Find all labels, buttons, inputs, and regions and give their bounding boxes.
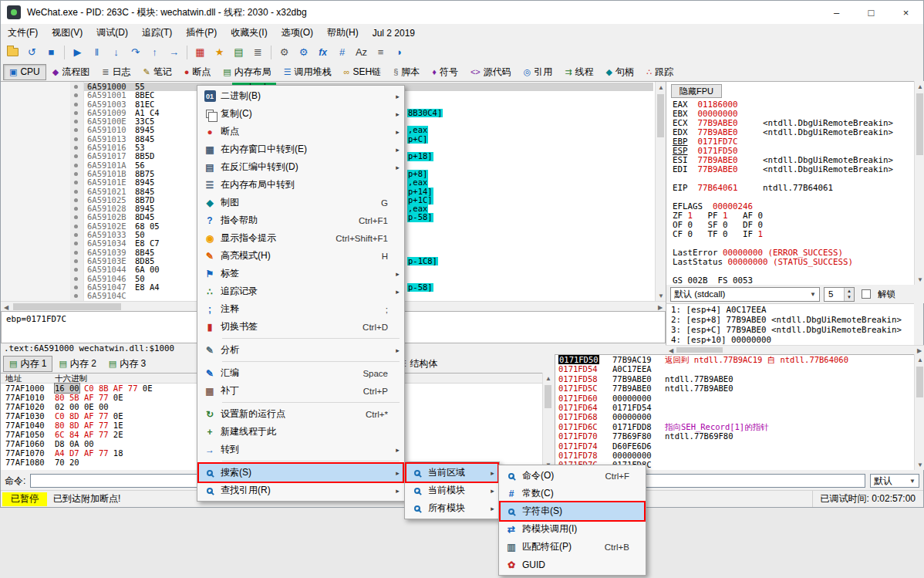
menu-item-goto-disassembly[interactable]: ▤在反汇编中转到(D)▸ bbox=[199, 158, 403, 176]
stack-row[interactable]: 0171FD5077B9AC19返回到 ntdll.77B9AC19 自 ntd… bbox=[555, 355, 914, 364]
argument-row[interactable]: 2: [esp+8] 77B9ABE0 <ntdll.DbgUiRemoteBr… bbox=[671, 315, 914, 325]
menu-item-copy[interactable]: 复制(C)▸ bbox=[199, 105, 403, 123]
dump-tab-memory-3[interactable]: ▤内存 3 bbox=[103, 356, 152, 372]
menubar-item-options[interactable]: 选项(O) bbox=[275, 24, 320, 42]
dump-tab-memory-1[interactable]: ▤内存 1 bbox=[3, 356, 52, 372]
breakpoint-dot[interactable] bbox=[74, 93, 78, 97]
functions-icon[interactable]: fx bbox=[313, 43, 332, 61]
menubar-item-plugins[interactable]: 插件(P) bbox=[179, 24, 224, 42]
menubar-item-favourites[interactable]: 收藏夹(I) bbox=[224, 24, 274, 42]
arguments-h-scrollbar[interactable]: ◀ ▶ bbox=[666, 345, 924, 354]
breakpoint-dot[interactable] bbox=[74, 137, 78, 141]
run-to-user-code-icon[interactable]: → bbox=[164, 43, 184, 61]
argument-count-stepper[interactable]: 5 ▲▼ bbox=[824, 287, 855, 302]
scroll-up-icon[interactable]: ▲ bbox=[915, 81, 924, 92]
menu-item-search-pattern[interactable]: ▥匹配特征(P)Ctrl+B bbox=[501, 538, 644, 556]
menu-item-instruction-help[interactable]: ?指令帮助Ctrl+F1 bbox=[199, 211, 403, 229]
menu-item-search-intermodular-calls[interactable]: ⇄跨模块调用(I) bbox=[501, 520, 644, 538]
stack-row[interactable]: 0171FD6800000000 bbox=[555, 412, 914, 421]
breakpoint-dot[interactable] bbox=[74, 225, 78, 228]
menu-item-goto[interactable]: →转到▸ bbox=[199, 441, 403, 458]
breakpoint-dot[interactable] bbox=[74, 242, 78, 245]
breakpoint-dot[interactable] bbox=[74, 111, 78, 115]
breakpoint-dot[interactable] bbox=[74, 268, 78, 272]
scroll-up-icon[interactable]: ▲ bbox=[543, 373, 554, 384]
stack-row[interactable]: 0171FD6C0171FDD8指向SEH_Record[1]的指针 bbox=[555, 422, 914, 431]
menu-item-analysis[interactable]: ✎分析▸ bbox=[199, 341, 403, 359]
menu-item-search[interactable]: 搜索(S)▸ bbox=[199, 464, 403, 482]
register-row[interactable]: GS 002B FS 0053 bbox=[673, 276, 912, 285]
scroll-down-icon[interactable]: ▼ bbox=[915, 459, 924, 470]
menu-item-find-references[interactable]: 查找引用(R)▸ bbox=[199, 482, 403, 499]
argument-row[interactable]: 1: [esp+4] A0C17EEA bbox=[671, 305, 914, 315]
breakpoint-dot[interactable] bbox=[74, 181, 78, 184]
menu-item-all-modules[interactable]: 所有模块▸ bbox=[406, 499, 497, 517]
breakpoint-dot[interactable] bbox=[74, 286, 78, 289]
memory-map-icon[interactable]: ▤ bbox=[229, 43, 248, 61]
minimize-button[interactable]: – bbox=[819, 1, 854, 24]
breakpoint-dot[interactable] bbox=[74, 215, 78, 219]
watch-icon[interactable]: ≡ bbox=[371, 43, 390, 61]
menu-item-breakpoint[interactable]: ●断点▸ bbox=[199, 123, 403, 140]
stack-row[interactable]: 0171FD7800000000 bbox=[555, 451, 914, 460]
appearance-icon[interactable]: ⚙ bbox=[294, 43, 313, 61]
menu-item-comment[interactable]: ;注释; bbox=[199, 300, 403, 318]
menu-item-new-thread-here[interactable]: +新建线程于此 bbox=[199, 423, 403, 441]
breakpoint-dot[interactable] bbox=[74, 164, 78, 167]
step-over-icon[interactable]: ↷ bbox=[126, 43, 145, 61]
pause-icon[interactable]: ‖ bbox=[87, 43, 106, 61]
menu-item-goto-memory-window[interactable]: ▦在内存窗口中转到(E)▸ bbox=[199, 140, 403, 158]
breakpoint-dot[interactable] bbox=[74, 128, 78, 132]
tab-source[interactable]: <>源代码 bbox=[464, 64, 518, 80]
stack-row[interactable]: 0171FD7077B69F80ntdll.77B69F80 bbox=[555, 431, 914, 441]
scroll-down-icon[interactable]: ▼ bbox=[915, 274, 924, 285]
log-icon[interactable]: ≣ bbox=[248, 43, 268, 61]
scroll-thumb[interactable] bbox=[13, 303, 121, 310]
menubar-item-build-date[interactable]: Jul 2 2019 bbox=[366, 25, 422, 41]
tab-graph[interactable]: ◆流程图 bbox=[46, 64, 96, 80]
menu-item-label[interactable]: ⚑标签▸ bbox=[199, 265, 403, 282]
menu-item-assemble[interactable]: ✎汇编Space bbox=[199, 364, 403, 382]
scroll-thumb[interactable] bbox=[545, 385, 551, 408]
argument-row[interactable]: 3: [esp+C] 77B9ABE0 <ntdll.DbgUiRemoteBr… bbox=[671, 325, 914, 335]
unlock-checkbox[interactable] bbox=[862, 289, 871, 299]
stack-row[interactable]: 0171FD54A0C17EEA bbox=[555, 364, 914, 374]
scroll-up-icon[interactable]: ▲ bbox=[656, 82, 666, 93]
menu-item-show-instruction-tips[interactable]: ◉显示指令提示Ctrl+Shift+F1 bbox=[199, 229, 403, 247]
tab-memory-map[interactable]: ▤内存布局 bbox=[217, 64, 277, 80]
dump-v-scrollbar[interactable]: ▲ ▼ bbox=[542, 373, 553, 470]
register-row[interactable]: EIP 77B64061 ntdll.77B64061 bbox=[673, 184, 912, 193]
menu-item-toggle-bookmark[interactable]: ▮切换书签Ctrl+D bbox=[199, 318, 403, 336]
stepper-down-icon[interactable]: ▼ bbox=[845, 294, 854, 301]
tab-breakpoints[interactable]: ●断点 bbox=[178, 64, 218, 80]
tab-handles[interactable]: ◆句柄 bbox=[600, 64, 640, 80]
close-button[interactable]: × bbox=[889, 1, 923, 24]
stepper-up-icon[interactable]: ▲ bbox=[845, 288, 854, 295]
menubar-item-debug[interactable]: 调试(D) bbox=[89, 24, 135, 42]
stop-icon[interactable]: ■ bbox=[42, 43, 61, 61]
arguments-pane[interactable]: 1: [esp+4] A0C17EEA2: [esp+8] 77B9ABE0 <… bbox=[666, 303, 914, 345]
menu-item-current-module[interactable]: 当前模块▸ bbox=[406, 482, 497, 499]
constant-icon[interactable]: # bbox=[332, 43, 352, 61]
breakpoint-dot[interactable] bbox=[74, 172, 78, 176]
tab-seh-chain[interactable]: ∞SEH链 bbox=[338, 64, 388, 80]
menu-item-binary[interactable]: 01二进制(B)▸ bbox=[199, 87, 403, 105]
menu-item-patch[interactable]: ▩补丁Ctrl+P bbox=[199, 382, 403, 400]
menubar-item-file[interactable]: 文件(F) bbox=[1, 24, 45, 42]
help-chat-icon[interactable]: ◗ bbox=[390, 43, 410, 61]
breakpoint-dot[interactable] bbox=[74, 154, 78, 158]
execute-till-return-icon[interactable]: ↑ bbox=[145, 43, 164, 61]
scroll-thumb[interactable] bbox=[657, 94, 664, 137]
breakpoint-dot[interactable] bbox=[74, 251, 78, 255]
stack-row[interactable]: 0171FD640171FD54 bbox=[555, 403, 914, 412]
scroll-thumb[interactable] bbox=[916, 367, 923, 397]
restart-icon[interactable]: ↺ bbox=[22, 43, 42, 61]
menu-item-search-command[interactable]: 命令(O)Ctrl+F bbox=[501, 467, 644, 485]
registers-pane[interactable]: 隐藏FPU EAX 01186000EBX 00000000ECX 77B9AB… bbox=[666, 81, 914, 285]
scroll-up-icon[interactable]: ▲ bbox=[915, 354, 924, 365]
tab-threads[interactable]: ⇉线程 bbox=[558, 64, 599, 80]
breakpoint-dot[interactable] bbox=[74, 198, 78, 202]
menu-item-search-constant[interactable]: #常数(C) bbox=[501, 485, 644, 502]
open-file-icon[interactable] bbox=[3, 43, 22, 61]
menu-item-graph[interactable]: ◆制图G bbox=[199, 194, 403, 211]
